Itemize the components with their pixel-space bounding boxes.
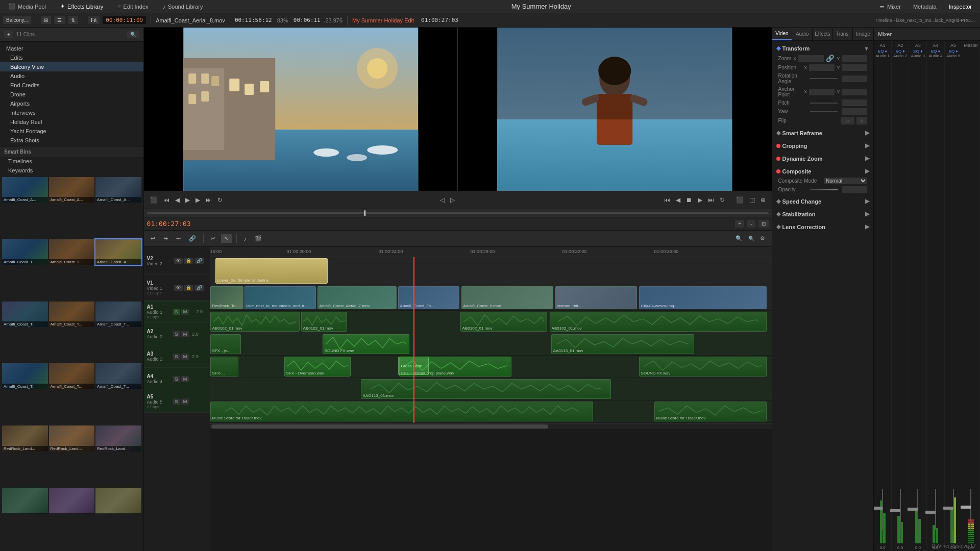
clip-a2-2[interactable]: SOUND FX.wav [323,334,409,354]
v2-link-btn[interactable]: 🔗 [194,258,204,264]
fit-btn[interactable]: Fit [88,16,100,24]
media-thumb-6[interactable]: Amalfi_Coast_A... [95,239,141,265]
media-thumb-13[interactable]: RedRock_Land... [2,425,48,451]
opacity-input[interactable]: 100.00 [842,186,867,193]
zoom-link-btn[interactable]: 🔗 [826,55,835,62]
smart-bin-keywords[interactable]: Keywords [0,166,143,175]
dynamic-zoom-header[interactable]: Dynamic Zoom ▶ [774,153,872,164]
clip-a1-1[interactable]: AB0102_01.mov [210,312,300,332]
program-viewer[interactable] [458,28,772,191]
media-thumb-16[interactable] [2,488,48,513]
bin-extra-shots[interactable]: Extra Shots [0,136,143,145]
inspector-tab-video[interactable]: Video [772,28,793,40]
position-y-input[interactable]: 0.000 [842,64,867,71]
tl-link-btn[interactable]: 🔗 [186,234,199,243]
a5-mute-btn[interactable]: M [181,398,189,405]
smart-bin-timelines[interactable]: Timelines [0,157,143,166]
clip-v1-1[interactable]: RedRock_Talent_3... [210,286,243,309]
bin-selector[interactable]: Balcony... [3,16,31,24]
pitch-slider[interactable] [810,103,838,104]
prog-zoom-btn[interactable]: ⊕ [758,195,768,205]
inspector-tab-transition[interactable]: Trans. [833,28,853,40]
a4-solo-btn[interactable]: S [173,376,180,382]
bin-yacht-footage[interactable]: Yacht Footage [0,127,143,136]
clip-a1-2[interactable]: AB0102_01.mov [301,312,347,332]
tl-video-btn[interactable]: 🎬 [252,234,264,243]
mixer-tab[interactable]: ⚌ Mixer [875,3,905,10]
bin-balcony-view[interactable]: Balcony View [0,62,143,71]
bin-end-credits[interactable]: End Credits [0,81,143,90]
scrubber-area[interactable] [144,209,772,217]
search-btn[interactable]: 🔍 [127,31,139,38]
transform-header[interactable]: ◆ Transform ▼ [774,43,872,54]
bin-audio[interactable]: Audio [0,71,143,81]
anchor-x-input[interactable]: 0.000 [809,89,835,95]
media-thumb-14[interactable]: RedRock_Land... [49,425,95,451]
prog-prev-btn[interactable]: ◀ [674,195,682,205]
clip-a5-1[interactable]: Music Score for Trailer.mov [210,402,593,421]
clip-a1-3[interactable]: AB0102_01.mov [460,312,547,332]
clip-a2-3[interactable]: AA0113_01.mov [551,334,694,354]
clip-a3-2[interactable]: SFX - Overhead.wav [284,357,351,377]
a5-solo-btn[interactable]: S [173,398,180,405]
media-thumb-1[interactable]: Amalfi_Coast_A... [2,177,48,203]
clip-v1-3[interactable]: Amalfi_Coast_Aerial_7.mov [317,286,397,309]
clip-v1-4[interactable]: Amalfi_Coast_Ta... [398,286,459,309]
tl-select-btn[interactable]: ↖ [221,234,232,243]
rotation-slider[interactable] [810,78,838,79]
clip-a1-4[interactable]: AB0102_01.mov [550,312,767,332]
media-thumb-18[interactable] [95,488,141,513]
mixer-ch-a5-eq[interactable]: EQ ♦ [949,49,958,54]
a3-solo-btn[interactable]: S [173,354,180,360]
clip-title-lower3rd[interactable]: Lower_3rd Simple Underline [215,258,328,284]
a3-mute-btn[interactable]: M [181,354,189,360]
media-thumb-12[interactable]: Amalfi_Coast_T... [95,363,141,389]
inspector-tab-image[interactable]: Image [853,28,873,40]
opacity-slider[interactable] [810,189,838,190]
scrubber-bar[interactable] [147,212,769,214]
tl-snapping-btn[interactable]: ⊸ [174,234,183,243]
inspector-tab-effects[interactable]: Effects [813,28,833,40]
prog-ff-btn[interactable]: ⏭ [706,195,716,205]
clip-v1-6[interactable]: woman_ridi... [555,286,637,309]
zoom-y-input[interactable]: 1.000 [842,55,867,62]
source-out-btn[interactable]: ▷ [448,195,457,205]
prog-rewind-btn[interactable]: ⏮ [662,195,672,205]
bin-drone[interactable]: Drone [0,90,143,99]
media-thumb-8[interactable]: Amalfi_Coast_T... [49,302,95,327]
clip-a4-1[interactable]: AAO113_01.mov [361,379,611,399]
prog-loop-btn[interactable]: ↻ [718,195,727,205]
v2-eye-btn[interactable]: 👁 [174,258,183,264]
mixer-ch-a4-eq[interactable]: EQ ♦ [931,49,940,54]
source-rewind-btn[interactable]: ⏮ [161,195,172,205]
media-thumb-11[interactable]: Amalfi_Coast_T... [49,363,95,389]
anchor-y-input[interactable]: 0.000 [842,89,867,95]
clip-a5-2[interactable]: Music Score for Trailer.mov [654,402,767,421]
flip-h-btn[interactable]: ↔ [841,117,854,124]
inspector-tab[interactable]: Inspector [945,4,976,10]
source-in-btn[interactable]: ◁ [438,195,447,205]
edit-index-tab[interactable]: ≡ Edit Index [113,4,152,10]
bin-master[interactable]: Master [0,44,143,53]
prog-pip-btn[interactable]: ◫ [747,195,757,205]
tl-settings-btn[interactable]: ⚙ [757,234,768,243]
stabilization-header[interactable]: ◆ Stabilization ▶ [774,209,872,219]
flip-v-btn[interactable]: ↕ [856,117,867,124]
a1-mute-btn[interactable]: M [181,309,189,315]
clip-a2-1[interactable]: SFX - je... [210,334,241,354]
smart-reframe-header[interactable]: ◆ Smart Reframe ▶ [774,128,872,138]
media-thumb-5[interactable]: Amalfi_Coast_T... [49,239,95,265]
media-thumb-2[interactable]: Amalfi_Coast_A... [49,177,95,203]
lens-correction-header[interactable]: ◆ Lens Correction ▶ [774,221,872,232]
tl-blade-btn[interactable]: ✂ [208,234,218,243]
bin-airports[interactable]: Airports [0,99,143,108]
media-thumb-15[interactable]: RedRock_Land... [95,425,141,451]
metadata-tab[interactable]: Metadata [909,4,941,10]
composite-header[interactable]: Composite ▶ [774,166,872,177]
a2-mute-btn[interactable]: M [181,331,189,337]
view-grid-btn[interactable]: ⊞ [41,16,51,24]
a2-solo-btn[interactable]: S [173,331,180,337]
tl-audio-btn[interactable]: ♪ [241,235,250,243]
rotation-input[interactable]: 0.000 [842,76,867,82]
v1-link-btn[interactable]: 🔗 [194,285,204,291]
